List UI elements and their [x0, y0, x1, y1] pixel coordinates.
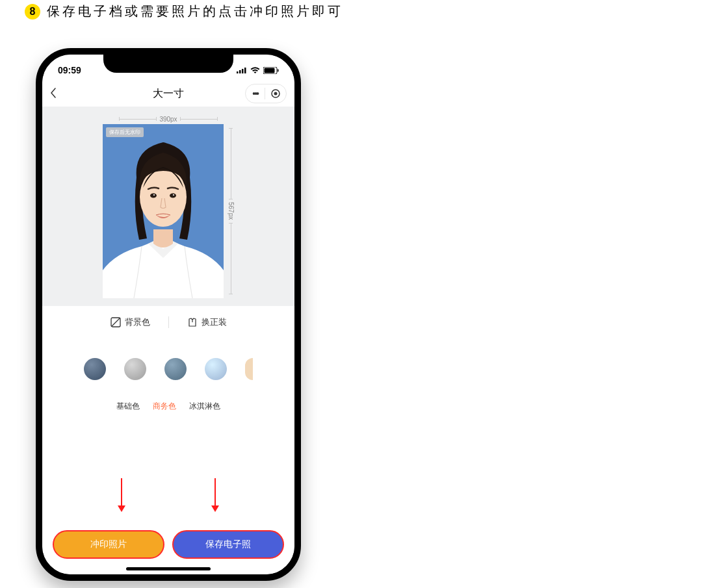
action-buttons-row: 冲印照片 保存电子照 — [42, 530, 294, 559]
color-swatch[interactable] — [164, 358, 187, 380]
width-label: 390px — [159, 116, 177, 123]
color-swatch-more[interactable] — [245, 358, 253, 380]
mini-program-capsule: ••• — [245, 84, 287, 103]
color-swatch[interactable] — [84, 358, 106, 380]
svg-line-16 — [112, 318, 120, 326]
signal-icon — [237, 67, 247, 73]
color-swatch[interactable] — [205, 358, 227, 380]
person-illustration — [103, 124, 224, 298]
save-button-label: 保存电子照 — [205, 539, 251, 550]
svg-point-13 — [153, 194, 154, 196]
phone-frame: 09:59 大一寸 ••• 39 — [36, 48, 301, 581]
instruction-text: 保存电子档或需要照片的点击冲印照片即可 — [47, 3, 343, 20]
phone-screen: 09:59 大一寸 ••• 39 — [42, 55, 294, 574]
tab-change-outfit[interactable]: 换正装 — [169, 316, 245, 328]
option-tabs: 背景色 换正装 — [42, 306, 294, 344]
page-title: 大一寸 — [153, 87, 184, 101]
capsule-menu-button[interactable]: ••• — [246, 88, 265, 99]
color-category-tabs: 基础色 商务色 冰淇淋色 — [42, 394, 294, 448]
arrow-down-icon — [210, 477, 220, 513]
wifi-icon — [250, 67, 260, 74]
width-dimension: 390px — [119, 116, 217, 123]
capsule-close-button[interactable] — [265, 88, 286, 99]
annotation-arrows — [42, 477, 294, 513]
color-swatch[interactable] — [124, 358, 146, 380]
svg-rect-6 — [278, 69, 279, 71]
svg-point-14 — [172, 194, 174, 196]
svg-rect-5 — [265, 68, 275, 73]
category-basic[interactable]: 基础色 — [116, 401, 140, 412]
home-indicator — [126, 567, 211, 570]
category-business[interactable]: 商务色 — [153, 401, 176, 412]
back-button[interactable] — [50, 86, 57, 101]
print-button-label: 冲印照片 — [90, 539, 127, 550]
svg-rect-0 — [237, 71, 239, 73]
status-time: 09:59 — [58, 65, 81, 75]
color-swatches-row — [42, 344, 294, 394]
svg-point-8 — [274, 92, 278, 96]
tab-bg-label: 背景色 — [125, 316, 150, 328]
svg-rect-1 — [239, 70, 241, 73]
step-number-badge: 8 — [25, 4, 40, 19]
phone-notch — [103, 55, 233, 73]
height-dimension: 567px — [228, 128, 235, 294]
shirt-icon — [187, 317, 198, 327]
print-photo-button[interactable]: 冲印照片 — [53, 530, 164, 559]
battery-icon — [263, 67, 279, 74]
app-navigation-bar: 大一寸 ••• — [42, 81, 294, 107]
category-icecream[interactable]: 冰淇淋色 — [189, 401, 220, 412]
background-icon — [110, 317, 121, 327]
arrow-down-icon — [116, 477, 127, 513]
height-label: 567px — [228, 202, 235, 220]
svg-point-12 — [170, 194, 176, 198]
id-photo-preview[interactable]: 保存后无水印 — [103, 124, 224, 298]
status-icons — [237, 67, 279, 74]
tab-background-color[interactable]: 背景色 — [92, 316, 168, 328]
watermark-notice-tag: 保存后无水印 — [106, 127, 144, 137]
svg-rect-3 — [244, 68, 246, 73]
svg-rect-2 — [242, 69, 244, 73]
save-digital-button[interactable]: 保存电子照 — [172, 530, 284, 559]
page-instruction-header: 8 保存电子档或需要照片的点击冲印照片即可 — [0, 0, 702, 23]
tab-outfit-label: 换正装 — [202, 316, 227, 328]
photo-preview-area: 390px 保存后无水印 — [42, 107, 294, 306]
svg-point-11 — [150, 194, 157, 198]
